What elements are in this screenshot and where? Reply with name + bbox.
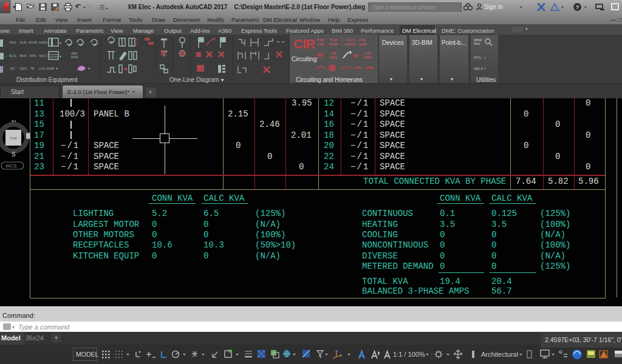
svg-text:RMR: RMR	[47, 67, 55, 70]
svg-text:BUS: BUS	[9, 54, 16, 58]
svg-text:▾: ▾	[60, 55, 61, 58]
svg-text:RFS: RFS	[330, 56, 337, 59]
svg-text:LVD: LVD	[39, 67, 45, 70]
svg-text:Rbd: Rbd	[474, 42, 480, 46]
svg-text:DROP: DROP	[345, 42, 355, 46]
svg-text:PWR: PWR	[316, 38, 326, 42]
svg-text:S: S	[12, 151, 16, 158]
svg-text:▾: ▾	[60, 41, 61, 45]
svg-text:▾: ▾	[484, 67, 486, 70]
svg-text:TB: TB	[30, 67, 34, 70]
svg-text:XFMR: XFMR	[28, 41, 38, 44]
svg-text:GEN: GEN	[19, 67, 27, 70]
svg-text:FLW: FLW	[330, 38, 338, 42]
svg-text:BKR: BKR	[19, 54, 26, 58]
svg-text:Architectural: Architectural	[481, 351, 518, 358]
svg-text:SHD: SHD	[359, 42, 367, 46]
svg-text:CIR: CIR	[365, 52, 372, 55]
svg-text:RPS: RPS	[29, 54, 36, 58]
svg-text:?: ?	[576, 4, 579, 10]
svg-text:MCC: MCC	[39, 54, 47, 58]
svg-text:▾: ▾	[5, 55, 7, 58]
svg-text:WKS: WKS	[364, 56, 372, 59]
svg-text:CIR: CIR	[318, 42, 324, 46]
svg-text:RAD: RAD	[71, 55, 78, 59]
svg-text:PNL: PNL	[359, 38, 366, 42]
svg-text:SUB: SUB	[19, 41, 27, 44]
svg-text:PAN: PAN	[10, 41, 16, 44]
svg-text:VOLT: VOLT	[346, 38, 355, 42]
svg-text:WCS: WCS	[5, 163, 17, 169]
svg-text:WIRE: WIRE	[39, 41, 48, 44]
svg-text:CIR: CIR	[330, 52, 337, 55]
svg-text:▾: ▾	[484, 56, 486, 59]
svg-text:▾: ▾	[56, 67, 58, 70]
svg-text:RTIL: RTIL	[474, 56, 482, 59]
svg-text:HELP: HELP	[474, 67, 484, 70]
svg-text:▾: ▾	[88, 67, 90, 70]
svg-text:1:1 / 100%: 1:1 / 100%	[393, 351, 425, 358]
svg-text:TOP: TOP	[10, 136, 17, 140]
svg-text:PWR: PWR	[329, 42, 338, 46]
svg-text:MC: MC	[10, 67, 16, 70]
